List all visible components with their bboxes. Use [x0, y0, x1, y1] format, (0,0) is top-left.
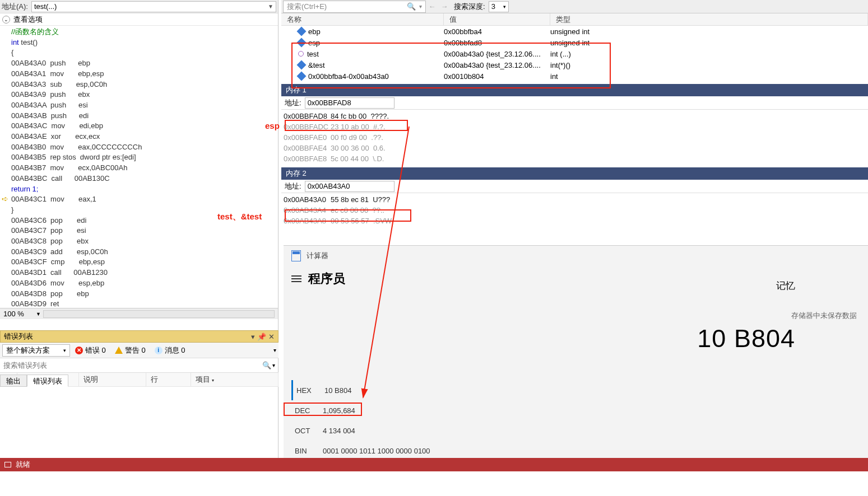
address-label: 地址(A):: [2, 2, 28, 12]
watch-row[interactable]: test0x00ab43a0 {test_23.12.06....int (..…: [281, 48, 868, 59]
warnings-count: 警告 0: [125, 345, 146, 355]
chevron-down-icon[interactable]: ▼: [36, 311, 41, 317]
messages-filter-button[interactable]: i 消息 0: [151, 344, 189, 357]
status-icon: [4, 462, 11, 467]
calculator-app: 计算器 程序员 记忆 存储器中未保存数据 10 B804 HEX 10 B804…: [284, 245, 868, 458]
chevron-down-icon[interactable]: ▾: [273, 347, 276, 353]
watch-row[interactable]: &test0x00ab43a0 {test_23.12.06....int(*)…: [281, 59, 868, 71]
view-options-label: 查看选项: [13, 15, 43, 25]
col-value[interactable]: 值: [444, 13, 550, 25]
error-list-panel: 错误列表 ▾ 📌 ✕ 整个解决方案 ▾ ✕ 错误 0 警告 0 i 消息: [0, 330, 278, 387]
error-list-title: 错误列表: [4, 331, 33, 341]
watch-search-input[interactable]: 搜索(Ctrl+E) 🔍 ▾: [283, 1, 426, 13]
search-icon[interactable]: 🔍: [407, 2, 416, 11]
memory1-title[interactable]: 内存 1: [281, 84, 868, 96]
depth-label: 搜索深度:: [454, 2, 485, 12]
annotation-label-esp: esp: [265, 121, 280, 130]
chevron-down-icon: ▾: [503, 4, 506, 10]
base-oct[interactable]: OCT 4 134 004: [291, 420, 430, 441]
watch-rows[interactable]: ebp0x00bbfba4unsigned intesp0x00bbfad8un…: [281, 26, 868, 82]
variable-icon: [297, 60, 307, 70]
hex-label: HEX: [296, 386, 317, 395]
oct-value: 4 134 004: [323, 427, 355, 435]
calc-app-title: 计算器: [307, 251, 328, 261]
memory2-address-bar: 地址:: [281, 180, 868, 193]
address-value: test(...): [34, 2, 57, 11]
memory2-title[interactable]: 内存 2: [281, 167, 868, 180]
memory2-address-input[interactable]: [305, 181, 394, 192]
address-bar: 地址(A): test(...) ▼: [0, 0, 278, 13]
calc-display: 10 B804: [697, 324, 795, 353]
memory1-address-input[interactable]: [305, 97, 394, 109]
depth-value: 3: [491, 2, 495, 11]
hamburger-icon[interactable]: [291, 275, 301, 282]
calc-mode-title: 程序员: [308, 270, 345, 287]
tab-error-list[interactable]: 错误列表: [27, 375, 68, 387]
variable-icon: [297, 72, 307, 81]
base-hex[interactable]: HEX 10 B804: [291, 380, 430, 400]
h-scrollbar[interactable]: [43, 310, 275, 318]
memory1-dump[interactable]: 0x00BBFAD884 fc bb 00 ????.0x00BBFADC23 …: [281, 110, 868, 165]
dec-label: DEC: [295, 406, 315, 415]
error-search-input[interactable]: [3, 360, 262, 371]
tab-output[interactable]: 输出: [0, 375, 27, 387]
dropdown-icon[interactable]: ▾: [251, 333, 255, 341]
address-label: 地址:: [285, 98, 301, 108]
memory2-dump[interactable]: 0x00AB43A055 8b ec 81 U???0x00AB43A4ec c…: [281, 193, 868, 227]
warning-icon: [115, 347, 123, 354]
watch-row[interactable]: 0x00bbfba4-0x00ab43a00x0010b804int: [281, 71, 868, 82]
depth-select[interactable]: 3 ▾: [489, 1, 509, 12]
calc-bases: HEX 10 B804 DEC 1,095,684 OCT 4 134 004 …: [291, 380, 430, 461]
chevron-down-icon: ▾: [63, 348, 66, 353]
hex-value: 10 B804: [324, 386, 351, 395]
col-line[interactable]: 行: [146, 373, 191, 387]
error-icon: ✕: [75, 347, 83, 354]
solution-label: 整个解决方案: [6, 345, 50, 355]
nav-forward-icon[interactable]: →: [438, 1, 451, 13]
chevron-down-icon: ▼: [268, 3, 273, 10]
watch-row[interactable]: ebp0x00bbfba4unsigned int: [281, 26, 868, 37]
chevron-down-icon: ⌄: [2, 16, 10, 24]
col-type[interactable]: 类型: [550, 13, 868, 25]
errors-filter-button[interactable]: ✕ 错误 0: [71, 344, 110, 357]
chevron-down-icon[interactable]: ▾: [419, 3, 422, 10]
warnings-filter-button[interactable]: 警告 0: [111, 344, 150, 357]
zoom-bar: 100 % ▼: [0, 308, 278, 319]
col-project[interactable]: 项目 ▾: [191, 373, 278, 387]
col-desc[interactable]: 说明: [78, 373, 146, 387]
search-icon[interactable]: 🔍: [262, 361, 271, 369]
bin-value: 0001 0000 1011 1000 0000 0100: [323, 447, 430, 455]
messages-count: 消息 0: [165, 345, 185, 355]
calculator-icon: [291, 250, 301, 261]
variable-icon: [297, 38, 307, 48]
disassembly-pane: 地址(A): test(...) ▼ ⌄ 查看选项 //函数名的含义int te…: [0, 0, 278, 458]
status-bar: 就绪: [0, 458, 868, 471]
bin-label: BIN: [295, 447, 315, 455]
info-icon: i: [155, 347, 163, 354]
watch-row[interactable]: esp0x00bbfad8unsigned int: [281, 37, 868, 48]
address-combo[interactable]: test(...) ▼: [31, 1, 276, 12]
search-placeholder: 搜索(Ctrl+E): [287, 2, 327, 12]
nav-back-icon[interactable]: ←: [426, 1, 438, 13]
zoom-value[interactable]: 100 %: [3, 310, 35, 318]
col-name[interactable]: 名称: [281, 13, 444, 25]
error-list-title-bar[interactable]: 错误列表 ▾ 📌 ✕: [0, 330, 278, 343]
error-list-toolbar: 整个解决方案 ▾ ✕ 错误 0 警告 0 i 消息 0 ▾: [0, 343, 278, 358]
pin-icon[interactable]: 📌: [257, 333, 266, 341]
address-label: 地址:: [285, 181, 301, 191]
solution-select[interactable]: 整个解决方案 ▾: [2, 344, 70, 357]
close-icon[interactable]: ✕: [268, 333, 275, 341]
bottom-tabs: 输出 错误列表: [0, 375, 68, 387]
status-text: 就绪: [16, 460, 30, 470]
oct-label: OCT: [295, 427, 315, 435]
chevron-down-icon[interactable]: ▾: [272, 362, 275, 368]
view-options-row[interactable]: ⌄ 查看选项: [0, 13, 278, 26]
error-search-row: 🔍 ▾: [0, 358, 278, 373]
disassembly-code[interactable]: //函数名的含义int test(){00AB43A0 push ebp00AB…: [0, 26, 278, 308]
base-dec[interactable]: DEC 1,095,684: [291, 400, 430, 420]
memory1-address-bar: 地址:: [281, 96, 868, 110]
watch-search-bar: 搜索(Ctrl+E) 🔍 ▾ ← → 搜索深度: 3 ▾: [281, 0, 868, 13]
errors-count: 错误 0: [85, 345, 106, 355]
calc-memory-label[interactable]: 记忆: [776, 279, 795, 292]
watch-header: 名称 值 类型: [281, 13, 868, 26]
